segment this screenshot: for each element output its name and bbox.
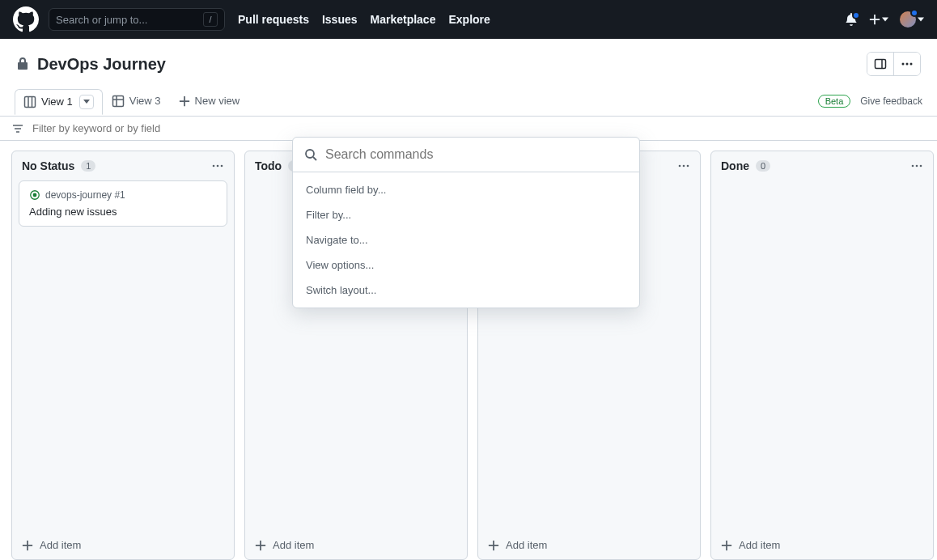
command-item[interactable]: Filter by... <box>293 202 639 227</box>
search-placeholder: Search or jump to... <box>56 14 147 26</box>
svg-point-25 <box>912 165 914 168</box>
command-search-input[interactable] <box>325 147 628 162</box>
svg-point-22 <box>679 165 681 168</box>
add-item-button[interactable]: Add item <box>478 531 700 559</box>
project-more-button[interactable] <box>893 53 920 75</box>
svg-line-29 <box>313 157 316 160</box>
column-menu-button[interactable] <box>910 159 923 172</box>
nav-explore[interactable]: Explore <box>448 13 490 26</box>
table-icon <box>112 95 125 108</box>
beta-badge: Beta <box>818 95 851 108</box>
issue-open-icon <box>29 189 40 201</box>
svg-point-15 <box>217 165 219 168</box>
tab-view-3[interactable]: View 3 <box>103 89 170 113</box>
nav-pull-requests[interactable]: Pull requests <box>238 13 309 26</box>
svg-point-16 <box>221 165 223 168</box>
plus-icon <box>22 540 33 551</box>
svg-point-4 <box>910 63 913 66</box>
kebab-icon <box>677 159 690 172</box>
tab-label: New view <box>195 95 240 107</box>
add-item-label: Add item <box>273 539 314 551</box>
add-item-label: Add item <box>40 539 81 551</box>
command-list: Column field by... Filter by... Navigate… <box>293 172 639 308</box>
global-search[interactable]: Search or jump to... / <box>49 8 225 31</box>
command-item[interactable]: Column field by... <box>293 177 639 202</box>
command-item[interactable]: Switch layout... <box>293 278 639 303</box>
svg-point-18 <box>33 193 36 197</box>
svg-rect-0 <box>876 60 886 69</box>
column-count: 1 <box>81 160 95 172</box>
lock-icon <box>16 57 29 70</box>
plus-icon <box>179 95 190 107</box>
column-done: Done 0 Add item <box>710 151 934 560</box>
filter-icon[interactable] <box>11 122 24 135</box>
tab-new-view[interactable]: New view <box>170 89 249 112</box>
command-palette: Column field by... Filter by... Navigate… <box>292 137 640 308</box>
tab-label: View 1 <box>41 95 73 108</box>
panel-icon <box>874 57 887 70</box>
plus-icon <box>488 540 499 551</box>
svg-rect-8 <box>112 95 123 106</box>
kebab-icon <box>901 57 914 70</box>
nav-marketplace[interactable]: Marketplace <box>371 13 436 26</box>
column-title: Done <box>721 159 749 172</box>
svg-point-26 <box>916 165 918 168</box>
column-title: Todo <box>255 159 282 172</box>
project-title: DevOps Journey <box>37 55 166 74</box>
command-item[interactable]: Navigate to... <box>293 227 639 252</box>
add-item-button[interactable]: Add item <box>711 531 933 559</box>
svg-point-28 <box>306 150 314 158</box>
column-count: 0 <box>756 160 770 172</box>
panel-toggle-button[interactable] <box>867 53 893 75</box>
plus-icon <box>255 540 266 551</box>
plus-icon <box>869 14 880 25</box>
svg-point-14 <box>213 165 215 168</box>
caret-down-icon <box>83 100 90 104</box>
search-icon <box>304 148 317 161</box>
svg-point-23 <box>683 165 685 168</box>
svg-point-27 <box>920 165 922 168</box>
tab-view-1[interactable]: View 1 <box>15 89 103 115</box>
card-title: Adding new issues <box>29 206 217 218</box>
column-no-status: No Status 1 devops-journey #1 Adding new… <box>11 151 235 560</box>
column-menu-button[interactable] <box>211 159 224 172</box>
github-logo-icon[interactable] <box>13 6 39 32</box>
card[interactable]: devops-journey #1 Adding new issues <box>19 180 227 227</box>
plus-icon <box>721 540 732 551</box>
filter-input[interactable] <box>32 122 926 134</box>
svg-rect-5 <box>25 96 36 107</box>
avatar <box>900 11 916 28</box>
feedback-link[interactable]: Give feedback <box>860 95 922 107</box>
add-item-label: Add item <box>739 539 780 551</box>
add-item-button[interactable]: Add item <box>245 531 467 559</box>
project-actions <box>867 52 921 76</box>
nav-links: Pull requests Issues Marketplace Explore <box>238 13 490 26</box>
caret-down-icon <box>882 16 888 23</box>
global-header: Search or jump to... / Pull requests Iss… <box>0 0 937 39</box>
user-menu[interactable] <box>900 11 924 28</box>
status-dot-icon <box>910 9 918 17</box>
nav-issues[interactable]: Issues <box>322 13 358 26</box>
create-new-dropdown[interactable] <box>869 14 888 25</box>
svg-point-3 <box>906 63 909 66</box>
board-icon <box>23 95 36 108</box>
add-item-label: Add item <box>506 539 547 551</box>
card-repo-ref: devops-journey #1 <box>45 189 125 201</box>
tab-label: View 3 <box>129 95 161 107</box>
column-title: No Status <box>22 159 74 172</box>
header-right <box>845 11 924 28</box>
slash-key-icon: / <box>203 12 218 27</box>
project-header: DevOps Journey <box>0 39 937 86</box>
tab-dropdown[interactable] <box>79 95 94 109</box>
notifications-button[interactable] <box>845 13 858 26</box>
command-item[interactable]: View options... <box>293 252 639 278</box>
svg-point-24 <box>687 165 689 168</box>
svg-point-2 <box>902 63 905 66</box>
view-tabs: View 1 View 3 New view Beta Give feedbac… <box>0 86 937 117</box>
add-item-button[interactable]: Add item <box>12 531 234 559</box>
caret-down-icon <box>918 16 924 23</box>
kebab-icon <box>211 159 224 172</box>
notification-dot-icon <box>852 11 860 19</box>
column-menu-button[interactable] <box>677 159 690 172</box>
kebab-icon <box>910 159 923 172</box>
